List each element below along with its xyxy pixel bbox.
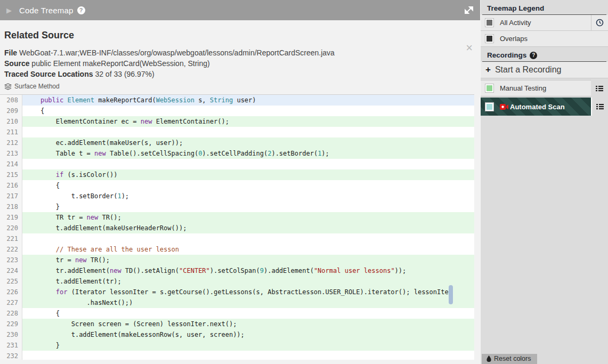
start-recording-label: Start a Recording <box>495 65 562 75</box>
line-source: { <box>22 308 474 319</box>
line-number: 221 <box>0 233 22 244</box>
line-source: } <box>22 340 474 351</box>
treemap-legend-title: Treemap Legend <box>487 4 544 12</box>
activity-time-filter-button[interactable] <box>591 15 608 30</box>
code-line[interactable]: 217 t.setBorder(1); <box>0 191 474 201</box>
line-number: 228 <box>0 308 22 319</box>
code-line[interactable]: 209 { <box>0 106 474 116</box>
code-line[interactable]: 216 { <box>0 180 474 191</box>
line-source: ec.addElement(makeUser(s, user)); <box>22 137 474 148</box>
line-source: if (s.isColor()) <box>22 169 474 180</box>
expand-icon[interactable] <box>464 5 474 15</box>
line-source: for (Iterator lessonIter = s.getCourse()… <box>22 287 474 297</box>
line-source: TR tr = new TR(); <box>22 212 474 223</box>
recording-options-button[interactable] <box>591 80 608 96</box>
source-code-viewer[interactable]: 208 public Element makeReportCard(WebSes… <box>0 95 474 360</box>
code-line[interactable]: 222 // These are all the user lesson <box>0 244 474 255</box>
recording-row-body[interactable]: Manual Testing <box>481 80 591 96</box>
file-label: File <box>4 48 17 57</box>
code-line[interactable]: 214 <box>0 159 474 169</box>
line-source <box>22 233 474 244</box>
line-number: 220 <box>0 223 22 233</box>
recordings-heading: Recordings ? <box>482 47 606 62</box>
code-line[interactable]: 215 if (s.isColor()) <box>0 169 474 180</box>
code-line[interactable]: 210 ElementContainer ec = new ElementCon… <box>0 116 474 127</box>
line-number: 227 <box>0 297 22 308</box>
code-line[interactable]: 231 } <box>0 340 474 351</box>
color-swatch[interactable] <box>485 19 493 27</box>
legend-item-all-activity[interactable]: All Activity <box>481 15 608 31</box>
recording-options-button[interactable] <box>591 98 608 116</box>
line-source: // These are all the user lesson <box>22 244 474 255</box>
list-icon <box>596 85 603 92</box>
code-line[interactable]: 229 Screen screen = (Screen) lessonIter.… <box>0 319 474 329</box>
code-line[interactable]: 224 tr.addElement(new TD().setAlign("CEN… <box>0 265 474 276</box>
code-line[interactable]: 218 } <box>0 201 474 212</box>
code-line[interactable]: 212 ec.addElement(makeUser(s, user)); <box>0 137 474 148</box>
line-source <box>22 159 474 169</box>
code-line[interactable]: 211 <box>0 127 474 137</box>
line-number: 208 <box>0 95 22 106</box>
line-source: tr = new TR(); <box>22 255 474 265</box>
vertical-scrollbar-thumb[interactable] <box>449 285 453 304</box>
line-number: 222 <box>0 244 22 255</box>
line-number: 225 <box>0 276 22 287</box>
color-swatch[interactable] <box>485 84 493 92</box>
code-lines: 208 public Element makeReportCard(WebSes… <box>0 95 474 360</box>
code-line[interactable]: 230 t.addElement(makeLessonRow(s, user, … <box>0 329 474 340</box>
recording-row-manual-testing[interactable]: Manual Testing <box>481 80 608 96</box>
line-number: 218 <box>0 201 22 212</box>
file-value: WebGoat-7.1.war;WEB-INF/classes/org/owas… <box>19 48 335 57</box>
line-source: .hasNext();) <box>22 297 474 308</box>
layers-icon <box>4 83 12 90</box>
line-number: 209 <box>0 106 22 116</box>
line-number: 217 <box>0 191 22 201</box>
legend-label: Overlaps <box>500 35 608 43</box>
recordings-title: Recordings <box>487 51 526 59</box>
code-line[interactable]: 225 t.addElement(tr); <box>0 276 474 287</box>
source-row: Source public Element makeReportCard(Web… <box>4 58 480 69</box>
code-line[interactable]: 220 t.addElement(makeUserHeaderRow()); <box>0 223 474 233</box>
color-swatch[interactable] <box>485 103 493 111</box>
code-line[interactable]: 213 Table t = new Table().setCellSpacing… <box>0 148 474 159</box>
list-icon <box>596 103 604 110</box>
legend-item-overlaps[interactable]: Overlaps <box>481 31 608 47</box>
code-line[interactable]: 227 .hasNext();) <box>0 297 474 308</box>
surface-method-label: Surface Method <box>14 83 60 90</box>
line-source <box>22 351 474 360</box>
recording-camera-icon <box>500 104 508 110</box>
app-root: ▶ Code Treemap ? × Related Source File W… <box>0 0 608 364</box>
recording-row-body[interactable]: Automated Scan <box>481 98 591 116</box>
color-swatch[interactable] <box>485 35 493 43</box>
plus-icon: + <box>485 64 491 75</box>
code-line[interactable]: 228 { <box>0 308 474 319</box>
code-line[interactable]: 221 <box>0 233 474 244</box>
line-source: t.addElement(makeLessonRow(s, user, scre… <box>22 329 474 340</box>
start-recording-button[interactable]: + Start a Recording <box>481 62 608 78</box>
line-number: 216 <box>0 180 22 191</box>
line-number: 232 <box>0 351 22 360</box>
related-source-panel: × Related Source File WebGoat-7.1.war;WE… <box>0 20 480 364</box>
line-number: 231 <box>0 340 22 351</box>
code-line[interactable]: 219 TR tr = new TR(); <box>0 212 474 223</box>
line-number: 212 <box>0 137 22 148</box>
code-line[interactable]: 223 tr = new TR(); <box>0 255 474 265</box>
recordings-help-icon[interactable]: ? <box>530 52 537 59</box>
recording-row-automated-scan[interactable]: Automated Scan <box>481 98 608 116</box>
code-line[interactable]: 208 public Element makeReportCard(WebSes… <box>0 95 474 106</box>
help-icon[interactable]: ? <box>77 6 85 14</box>
collapse-triangle-icon[interactable]: ▶ <box>6 6 12 14</box>
line-number: 213 <box>0 148 22 159</box>
close-icon[interactable]: × <box>466 44 473 52</box>
header-title: Code Treemap <box>19 6 74 15</box>
line-source: { <box>22 180 474 191</box>
source-label: Source <box>4 59 29 68</box>
line-source: t.addElement(makeUserHeaderRow()); <box>22 223 474 233</box>
line-number: 224 <box>0 265 22 276</box>
line-source: tr.addElement(new TD().setAlign("CENTER"… <box>22 265 474 276</box>
recording-rows: Manual TestingAutomated Scan <box>481 80 608 116</box>
reset-colors-button[interactable]: Reset colors <box>482 354 537 364</box>
code-line[interactable]: 226 for (Iterator lessonIter = s.getCour… <box>0 287 474 297</box>
code-line[interactable]: 232 <box>0 351 474 360</box>
line-source <box>22 127 474 137</box>
